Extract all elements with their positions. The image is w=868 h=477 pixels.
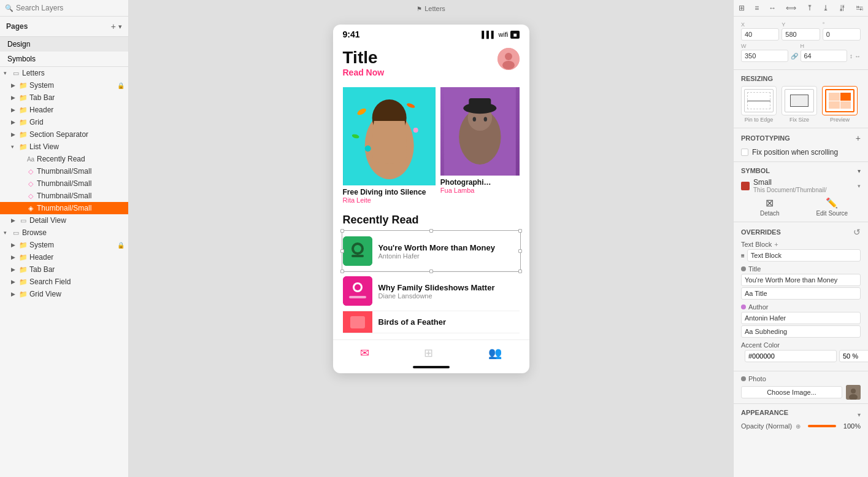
x-input[interactable]	[741, 28, 779, 41]
tab-people[interactable]: 👥	[488, 346, 502, 360]
artboard-label: ⚑ Letters	[417, 5, 445, 12]
layer-row-recently-read[interactable]: Aa Recently Read	[0, 153, 128, 165]
w-field: W	[741, 43, 788, 62]
resizing-pin-to-edge[interactable]: Pin to Edge	[741, 86, 777, 123]
text-block-label: Text Block	[741, 241, 772, 248]
overrides-reset-button[interactable]: ↺	[853, 227, 861, 237]
book-thumb-2	[343, 276, 372, 306]
toolbar-icon-3[interactable]: ↔	[769, 4, 776, 12]
layer-row-detailview[interactable]: ▶ ▭ Detail View	[0, 214, 128, 227]
page-item-symbols[interactable]: Symbols	[0, 52, 128, 66]
symbol-name: Small	[753, 178, 827, 187]
text-block-select-row: ≡ Text Block	[741, 249, 861, 262]
artboard-title: Letters	[424, 5, 445, 12]
accent-opacity-input[interactable]	[839, 350, 868, 362]
layer-row-system2[interactable]: ▶ 📁 System 🔒	[0, 239, 128, 251]
layer-row-grid1[interactable]: ▶ 📁 Grid	[0, 116, 128, 128]
w-input[interactable]	[741, 50, 788, 62]
search-input[interactable]	[16, 4, 123, 12]
pages-menu-button[interactable]: ▾	[118, 23, 122, 31]
book-name-2: Why Family Slideshows Matter	[378, 283, 520, 292]
flip-v-icon[interactable]: ↔	[855, 53, 861, 60]
overrides-section: Overrides ↺ Text Block + ≡ Text Block Ti…	[734, 222, 868, 371]
grid-cell	[829, 101, 840, 109]
chevron-icon: ▶	[11, 217, 17, 223]
opacity-row: Opacity (Normal) ⊕ 100%	[741, 422, 861, 430]
detach-action[interactable]: ⊠ Detach	[741, 197, 799, 217]
layer-row-tabbar1[interactable]: ▶ 📁 Tab Bar	[0, 91, 128, 104]
resizing-fix-size[interactable]: Fix Size	[782, 86, 817, 123]
accent-hex-input[interactable]	[745, 350, 837, 362]
svg-point-17	[472, 117, 475, 122]
fix-position-checkbox[interactable]	[741, 149, 748, 156]
layer-row-thumb2[interactable]: ◇ Thumbnail/Small	[0, 177, 128, 190]
symbol-menu-button[interactable]: ▾	[858, 168, 861, 174]
toolbar-icon-8[interactable]: ⭾	[856, 4, 863, 12]
layer-row-system1[interactable]: ▶ 📁 System 🔒	[0, 79, 128, 91]
photo-choose-button[interactable]	[741, 386, 842, 398]
layer-row-thumb1[interactable]: ◇ Thumbnail/Small	[0, 165, 128, 177]
text-block-add[interactable]: +	[774, 241, 778, 248]
layer-row-browse[interactable]: ▾ ▭ Browse	[0, 227, 128, 239]
text-block-select[interactable]: Text Block	[747, 249, 861, 262]
layer-row-letters[interactable]: ▾ ▭ Letters	[0, 67, 128, 79]
layer-label: Thumbnail/Small	[37, 167, 125, 176]
layer-row-header1[interactable]: ▶ 📁 Header	[0, 104, 128, 116]
layer-row-header2[interactable]: ▶ 📁 Header	[0, 251, 128, 263]
title-style-select[interactable]: Aa Title	[741, 287, 861, 300]
lock-ratio-icon[interactable]: 🔗	[791, 43, 798, 62]
book-author-2: Diane Lansdowne	[378, 292, 520, 300]
svg-point-21	[354, 245, 361, 252]
card-decoration	[343, 87, 436, 185]
layer-row-thumb3[interactable]: ◇ Thumbnail/Small	[0, 190, 128, 202]
page-item-design[interactable]: Design	[0, 37, 128, 52]
author-style-select[interactable]: Aa Subheding	[741, 325, 861, 338]
toolbar-icon-2[interactable]: ≡	[755, 4, 759, 12]
layer-row-gridview[interactable]: ▶ 📁 Grid View	[0, 288, 128, 300]
prototyping-add-button[interactable]: +	[856, 133, 861, 143]
book-item-1[interactable]: You're Worth More than Money Antonin Haf…	[343, 231, 520, 271]
opacity-label: Opacity (Normal)	[741, 422, 792, 430]
appearance-menu[interactable]: ▾	[858, 411, 861, 418]
add-page-button[interactable]: +	[111, 21, 116, 31]
book-item-3[interactable]: Birds of a Feather	[343, 311, 520, 333]
book-item-2[interactable]: Why Family Slideshows Matter Diane Lansd…	[343, 271, 520, 311]
edit-source-action[interactable]: ✏️ Edit Source	[804, 197, 861, 217]
folder-icon: 📁	[19, 266, 28, 274]
layer-row-searchfield[interactable]: ▶ 📁 Search Field	[0, 276, 128, 288]
opacity-stepper[interactable]: ⊕	[796, 423, 801, 430]
photo-label: Photo	[741, 375, 861, 382]
toolbar-icon-5[interactable]: ⤒	[807, 4, 813, 12]
accent-color-row	[741, 350, 861, 362]
toolbar-icon-6[interactable]: ⤓	[823, 4, 829, 12]
tab-grid[interactable]: ⊞	[424, 346, 433, 360]
accent-color-label: Accent Color	[741, 341, 861, 349]
toolbar-icon-4[interactable]: ⟺	[786, 4, 796, 12]
svg-point-18	[483, 117, 486, 122]
status-icons: ▌▌▌ wifi ■	[482, 31, 519, 39]
folder-icon: 📁	[19, 118, 28, 126]
toolbar-icon-7[interactable]: ⭿	[839, 4, 846, 12]
tab-mail[interactable]: ✉	[360, 346, 369, 360]
svg-rect-26	[349, 296, 366, 298]
flip-h-icon[interactable]: ↕	[850, 53, 853, 60]
h-input[interactable]	[801, 50, 848, 62]
author-input[interactable]	[741, 312, 861, 324]
symbol-header: SYMBOL ▾	[741, 167, 861, 174]
toolbar-icon-1[interactable]: ⊞	[739, 4, 745, 12]
folder-icon: 📁	[19, 241, 28, 249]
layer-row-section-separator[interactable]: ▶ 📁 Section Separator	[0, 128, 128, 141]
y-input[interactable]	[782, 28, 820, 41]
layer-row-tabbar2[interactable]: ▶ 📁 Tab Bar	[0, 263, 128, 276]
layer-row-listview[interactable]: ▾ 📁 List View	[0, 141, 128, 153]
grid-cell	[840, 93, 851, 101]
phone-content: Title Read Now	[333, 42, 529, 339]
symbol-dropdown-arrow[interactable]: ▾	[858, 183, 861, 189]
angle-input[interactable]	[823, 28, 861, 41]
resizing-preview[interactable]: Preview	[822, 86, 858, 123]
frame-icon: ▭	[12, 69, 20, 77]
svg-point-1	[505, 53, 512, 60]
layer-row-thumb4-selected[interactable]: ◈ Thumbnail/Small	[0, 202, 128, 214]
title-input[interactable]	[741, 274, 861, 286]
book-thumb-1	[343, 236, 372, 266]
